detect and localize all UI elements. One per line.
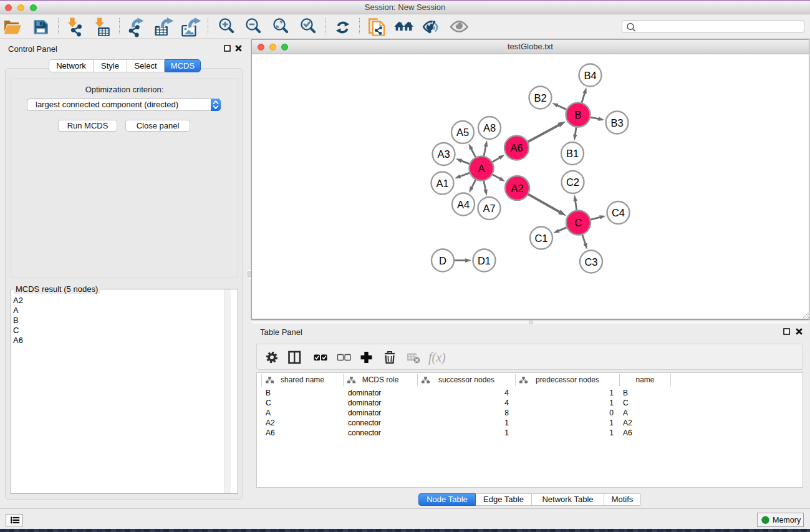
svg-text:D: D	[439, 255, 446, 266]
svg-text:A7: A7	[483, 203, 495, 214]
svg-text:C1: C1	[534, 233, 547, 244]
svg-text:f(x): f(x)	[428, 351, 446, 365]
svg-text:A4: A4	[457, 199, 470, 210]
svg-text:D1: D1	[478, 255, 491, 266]
svg-text:C: C	[575, 217, 582, 228]
svg-text:B1: B1	[566, 148, 579, 159]
svg-text:B: B	[574, 109, 581, 120]
svg-text:C3: C3	[584, 256, 597, 268]
svg-text:C4: C4	[612, 207, 625, 218]
svg-text:B3: B3	[610, 117, 623, 128]
svg-text:Memory: Memory	[773, 516, 801, 525]
svg-text:A5: A5	[456, 127, 469, 138]
svg-text:C2: C2	[566, 177, 579, 188]
svg-text:A: A	[478, 163, 485, 174]
svg-text:A2: A2	[511, 183, 523, 194]
svg-text:A3: A3	[437, 148, 450, 160]
svg-text:A6: A6	[510, 142, 523, 153]
svg-text:A1: A1	[436, 178, 448, 189]
svg-text:B2: B2	[534, 92, 546, 104]
svg-text:A8: A8	[483, 122, 496, 133]
svg-text:B4: B4	[584, 70, 596, 81]
